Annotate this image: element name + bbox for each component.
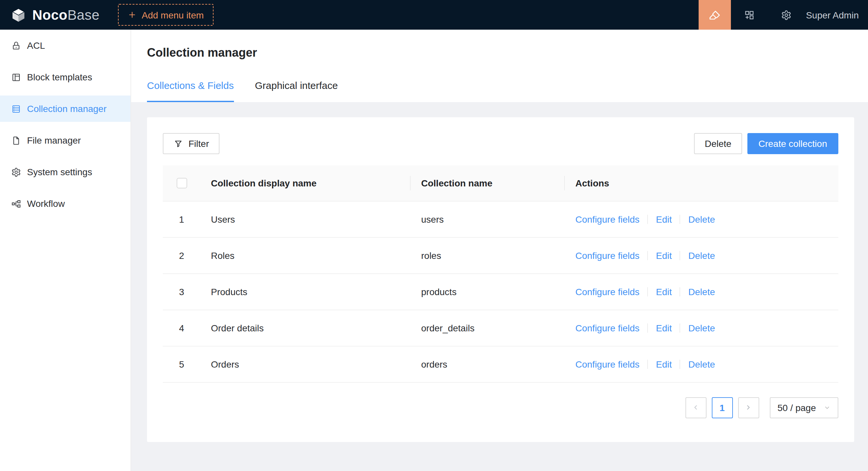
file-icon <box>10 135 21 145</box>
action-divider <box>680 287 681 296</box>
delete-link[interactable]: Delete <box>688 359 715 369</box>
configure-fields-link[interactable]: Configure fields <box>576 214 640 224</box>
configure-fields-link[interactable]: Configure fields <box>576 359 640 369</box>
sidebar-item-acl[interactable]: ACL <box>0 32 130 59</box>
row-index: 4 <box>163 310 200 346</box>
table-row: 5 Orders orders Configure fieldsEditDele… <box>163 346 838 382</box>
collections-card: Filter Delete Create collection Collecti… <box>147 117 854 442</box>
collections-table: Collection display name Collection name … <box>163 165 838 382</box>
edit-link[interactable]: Edit <box>656 286 672 297</box>
gear-icon <box>781 9 792 20</box>
page-header: Collection manager Collections & Fields … <box>131 30 868 102</box>
nocobase-logo[interactable]: NocoBase <box>10 7 99 23</box>
column-header-collection-name: Collection name <box>411 165 565 201</box>
logo-text: NocoBase <box>32 7 99 23</box>
row-index: 2 <box>163 237 200 273</box>
gear-icon <box>10 167 21 177</box>
sidebar-item-label: File manager <box>27 135 81 145</box>
header-right: Super Admin <box>699 0 868 30</box>
collection-name: roles <box>411 237 565 273</box>
action-divider <box>680 323 681 332</box>
delete-link[interactable]: Delete <box>688 214 715 224</box>
collection-display-name: Orders <box>200 346 411 382</box>
action-divider <box>648 214 648 224</box>
configure-fields-link[interactable]: Configure fields <box>576 323 640 333</box>
app-window: NocoBase Add menu item <box>0 0 868 471</box>
chevron-right-icon <box>745 404 752 411</box>
edit-link[interactable]: Edit <box>656 214 672 224</box>
configure-fields-link[interactable]: Configure fields <box>576 286 640 297</box>
system-settings-button[interactable] <box>768 0 805 30</box>
user-menu[interactable]: Super Admin <box>805 9 868 20</box>
action-divider <box>648 251 648 260</box>
table-toolbar: Filter Delete Create collection <box>163 133 838 154</box>
tab-collections-and-fields[interactable]: Collections & Fields <box>147 78 234 102</box>
filter-button[interactable]: Filter <box>163 133 219 154</box>
column-header-actions: Actions <box>565 165 838 201</box>
collection-name: users <box>411 201 565 237</box>
edit-link[interactable]: Edit <box>656 323 672 333</box>
table-row: 4 Order details order_details Configure … <box>163 310 838 346</box>
table-header-row: Collection display name Collection name … <box>163 165 838 201</box>
table-row: 1 Users users Configure fieldsEditDelete <box>163 201 838 237</box>
select-all-checkbox[interactable] <box>176 178 187 189</box>
sidebar-item-label: Block templates <box>27 72 92 82</box>
filter-icon <box>173 139 183 148</box>
delete-link[interactable]: Delete <box>688 250 715 261</box>
action-divider <box>680 359 681 369</box>
layout-icon <box>10 72 21 82</box>
action-divider <box>648 323 648 332</box>
delete-button[interactable]: Delete <box>694 133 742 154</box>
collection-display-name: Products <box>200 273 411 310</box>
action-divider <box>648 359 648 369</box>
configure-fields-link[interactable]: Configure fields <box>576 250 640 261</box>
collections-icon <box>10 103 21 114</box>
appstore-add-icon <box>744 9 755 20</box>
sidebar-item-workflow[interactable]: Workflow <box>0 190 130 217</box>
lock-icon <box>10 40 21 51</box>
sidebar-item-file-manager[interactable]: File manager <box>0 127 130 154</box>
column-header-display-name: Collection display name <box>200 165 411 201</box>
highlighter-icon <box>709 9 721 21</box>
main-area: Collection manager Collections & Fields … <box>131 30 868 471</box>
action-divider <box>680 214 681 224</box>
page-number-button[interactable]: 1 <box>711 397 733 418</box>
delete-link[interactable]: Delete <box>688 286 715 297</box>
sidebar-item-label: Collection manager <box>27 103 106 114</box>
edit-link[interactable]: Edit <box>656 359 672 369</box>
action-divider <box>648 287 648 296</box>
sidebar-item-collection-manager[interactable]: Collection manager <box>0 96 130 122</box>
top-header: NocoBase Add menu item <box>0 0 868 30</box>
delete-link[interactable]: Delete <box>688 323 715 333</box>
create-collection-button[interactable]: Create collection <box>747 133 838 154</box>
tab-graphical-interface[interactable]: Graphical interface <box>255 78 338 102</box>
sidebar-item-block-templates[interactable]: Block templates <box>0 64 130 90</box>
row-index: 3 <box>163 273 200 310</box>
plugins-button[interactable] <box>731 0 768 30</box>
action-divider <box>680 251 681 260</box>
row-index: 5 <box>163 346 200 382</box>
collection-name: products <box>411 273 565 310</box>
plus-icon <box>128 10 136 19</box>
content-area: Filter Delete Create collection Collecti… <box>131 102 868 471</box>
cube-logo-icon <box>10 7 26 23</box>
pagination: 1 50 / page <box>163 397 838 418</box>
add-menu-item-button[interactable]: Add menu item <box>118 4 214 26</box>
sidebar-item-label: System settings <box>27 167 92 177</box>
ui-editor-button[interactable] <box>699 0 731 30</box>
tab-bar: Collections & Fields Graphical interface <box>147 78 852 102</box>
collection-display-name: Roles <box>200 237 411 273</box>
prev-page-button[interactable] <box>685 397 706 418</box>
sidebar-item-system-settings[interactable]: System settings <box>0 159 130 185</box>
table-row: 2 Roles roles Configure fieldsEditDelete <box>163 237 838 273</box>
edit-link[interactable]: Edit <box>656 250 672 261</box>
sidebar: ACL Block templates Collection manager <box>0 30 131 471</box>
row-index: 1 <box>163 201 200 237</box>
sidebar-item-label: Workflow <box>27 198 65 209</box>
collection-display-name: Users <box>200 201 411 237</box>
table-row: 3 Products products Configure fieldsEdit… <box>163 273 838 310</box>
next-page-button[interactable] <box>738 397 759 418</box>
collection-name: orders <box>411 346 565 382</box>
collection-name: order_details <box>411 310 565 346</box>
page-size-select[interactable]: 50 / page <box>770 397 838 418</box>
